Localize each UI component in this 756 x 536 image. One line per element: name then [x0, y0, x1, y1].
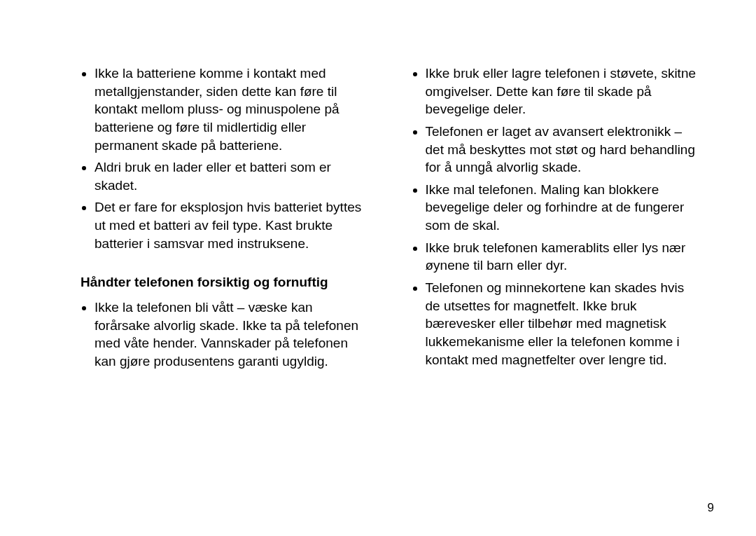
right-column: Ikke bruk eller lagre telefonen i støvet…	[412, 64, 701, 375]
list-item: Ikke bruk eller lagre telefonen i støvet…	[426, 64, 701, 118]
list-item: Telefonen er laget av avansert elektroni…	[426, 123, 701, 177]
right-list-1: Ikke bruk eller lagre telefonen i støvet…	[412, 64, 701, 369]
list-item: Telefonen og minnekortene kan skades hvi…	[426, 279, 701, 369]
page-content: Ikke la batteriene komme i kontakt med m…	[0, 0, 756, 417]
left-column: Ikke la batteriene komme i kontakt med m…	[80, 64, 370, 375]
left-list-2: Ikke la telefonen bli vått – væske kan f…	[80, 298, 370, 371]
list-item: Ikke la telefonen bli vått – væske kan f…	[94, 298, 370, 371]
list-item: Ikke mal telefonen. Maling kan blokkere …	[426, 181, 701, 235]
list-item: Ikke bruk telefonen kamerablits eller ly…	[426, 239, 701, 275]
section-heading: Håndter telefonen forsiktig og fornuftig	[80, 273, 370, 291]
list-item: Det er fare for eksplosjon hvis batterie…	[94, 198, 370, 252]
list-item: Aldri bruk en lader eller et batteri som…	[94, 158, 370, 194]
list-item: Ikke la batteriene komme i kontakt med m…	[94, 64, 370, 154]
page-number: 9	[708, 501, 714, 515]
left-list-1: Ikke la batteriene komme i kontakt med m…	[80, 64, 370, 252]
